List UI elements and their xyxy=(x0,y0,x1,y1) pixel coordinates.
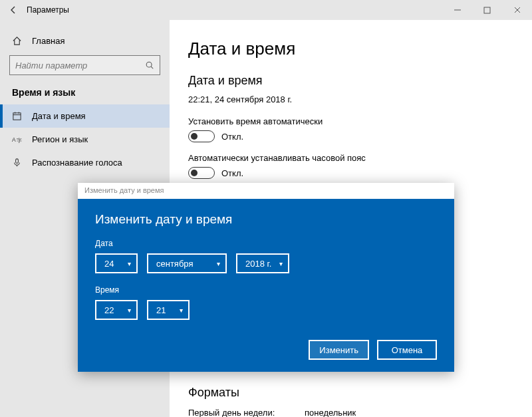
sidebar-item-label: Распознавание голоса xyxy=(32,158,122,168)
toggle-state: Откл. xyxy=(221,132,243,142)
sidebar-item-label: Регион и язык xyxy=(32,134,88,144)
svg-rect-1 xyxy=(484,7,490,13)
minute-select[interactable]: 21 ▾ xyxy=(147,300,190,320)
auto-time-toggle[interactable] xyxy=(188,130,215,142)
home-icon xyxy=(12,36,23,46)
maximize-button[interactable] xyxy=(472,0,502,20)
chevron-down-icon: ▾ xyxy=(128,260,131,267)
minimize-button[interactable] xyxy=(442,0,472,20)
minute-value: 21 xyxy=(156,305,166,315)
hour-value: 22 xyxy=(104,305,114,315)
sidebar-item-region-language[interactable]: A字 Регион и язык xyxy=(0,128,170,151)
home-link[interactable]: Главная xyxy=(0,32,170,55)
chevron-down-icon: ▾ xyxy=(180,307,183,314)
day-value: 24 xyxy=(104,259,114,269)
current-datetime: 22:21, 24 сентября 2018 г. xyxy=(188,94,513,104)
page-title: Дата и время xyxy=(188,39,513,59)
time-label: Время xyxy=(95,285,437,295)
section-heading: Дата и время xyxy=(188,74,513,88)
apply-button-label: Изменить xyxy=(319,345,358,355)
sidebar-item-label: Дата и время xyxy=(32,111,86,121)
svg-rect-4 xyxy=(13,113,21,120)
date-label: Дата xyxy=(95,239,437,248)
chevron-down-icon: ▾ xyxy=(217,260,220,267)
day-select[interactable]: 24 ▾ xyxy=(95,253,138,273)
format-value: понедельник xyxy=(305,408,356,417)
dialog-window-title: Изменить дату и время xyxy=(78,183,454,199)
svg-point-2 xyxy=(146,62,152,67)
svg-line-3 xyxy=(151,67,153,69)
auto-tz-toggle[interactable] xyxy=(188,167,215,179)
format-row: Первый день недели: понедельник xyxy=(188,408,513,417)
sidebar-item-date-time[interactable]: Дата и время xyxy=(0,104,170,128)
chevron-down-icon: ▾ xyxy=(279,260,283,267)
clock-icon xyxy=(12,111,23,121)
cancel-button-label: Отмена xyxy=(392,345,423,355)
home-label: Главная xyxy=(32,36,65,46)
search-input[interactable] xyxy=(9,55,160,75)
window-title: Параметры xyxy=(27,5,69,15)
apply-button[interactable]: Изменить xyxy=(309,340,369,360)
back-button[interactable] xyxy=(0,0,27,20)
search-field[interactable] xyxy=(15,61,145,70)
language-icon: A字 xyxy=(12,134,23,144)
auto-tz-label: Автоматически устанавливать часовой пояс xyxy=(188,153,513,163)
search-icon xyxy=(145,61,154,70)
format-key: Первый день недели: xyxy=(188,408,305,417)
month-value: сентября xyxy=(156,259,193,269)
microphone-icon xyxy=(12,158,23,168)
svg-text:字: 字 xyxy=(17,138,22,144)
auto-time-label: Установить время автоматически xyxy=(188,116,513,126)
sidebar-item-speech[interactable]: Распознавание голоса xyxy=(0,151,170,174)
close-button[interactable] xyxy=(502,0,532,20)
titlebar: Параметры xyxy=(0,0,532,20)
sidebar-section-title: Время и язык xyxy=(0,87,170,104)
svg-rect-10 xyxy=(16,159,19,164)
year-value: 2018 г. xyxy=(245,259,271,269)
hour-select[interactable]: 22 ▾ xyxy=(95,300,138,320)
month-select[interactable]: сентября ▾ xyxy=(147,253,227,273)
chevron-down-icon: ▾ xyxy=(128,307,131,314)
year-select[interactable]: 2018 г. ▾ xyxy=(236,253,289,273)
svg-text:A: A xyxy=(12,136,16,143)
change-datetime-dialog: Изменить дату и время Изменить дату и вр… xyxy=(78,183,454,372)
formats-heading: Форматы xyxy=(188,386,513,400)
toggle-state: Откл. xyxy=(221,168,243,178)
dialog-heading: Изменить дату и время xyxy=(95,212,437,227)
cancel-button[interactable]: Отмена xyxy=(377,340,437,360)
